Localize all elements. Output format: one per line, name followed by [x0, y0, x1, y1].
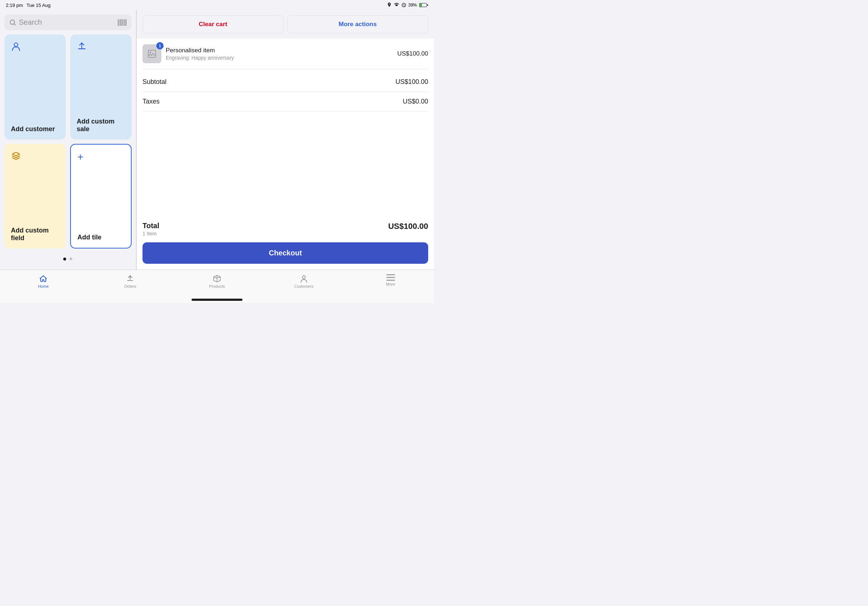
barcode-icon[interactable]: [118, 19, 127, 26]
svg-rect-8: [121, 19, 122, 26]
upload-icon: [77, 41, 125, 53]
checkout-button[interactable]: Checkout: [143, 242, 428, 264]
svg-rect-17: [127, 280, 133, 281]
add-tile-label: Add tile: [78, 233, 124, 241]
svg-rect-21: [386, 280, 395, 281]
nav-item-orders[interactable]: Orders: [87, 273, 174, 290]
subtotal-row: Subtotal US$100.00: [143, 72, 428, 92]
cart-item[interactable]: 1 Personalised item Engraving: Happy ann…: [143, 39, 428, 70]
location-icon: [387, 3, 392, 8]
cart-content: 1 Personalised item Engraving: Happy ann…: [137, 39, 434, 242]
nav-orders-label: Orders: [124, 284, 136, 289]
nav-item-home[interactable]: Home: [0, 273, 87, 290]
checkout-area: Checkout: [137, 242, 434, 270]
clear-cart-button[interactable]: Clear cart: [143, 15, 284, 33]
item-details: Personalised item Engraving: Happy anniv…: [166, 47, 393, 61]
svg-rect-20: [386, 277, 395, 278]
svg-rect-6: [119, 19, 119, 26]
svg-point-4: [10, 20, 14, 24]
svg-rect-9: [122, 19, 123, 26]
total-items: 1 Item: [143, 231, 159, 237]
home-indicator: [192, 298, 242, 301]
subtotal-label: Subtotal: [143, 78, 166, 86]
right-panel: Clear cart More actions: [137, 10, 434, 270]
add-customer-tile[interactable]: Add customer: [5, 34, 66, 139]
more-actions-button[interactable]: More actions: [287, 15, 428, 33]
item-subtitle: Engraving: Happy anniversary: [166, 55, 393, 61]
battery-text: 39%: [408, 3, 417, 8]
add-custom-sale-tile[interactable]: Add custom sale: [70, 34, 132, 139]
nav-more-label: More: [386, 282, 395, 286]
taxes-value: US$0.00: [403, 98, 428, 105]
add-page-button[interactable]: +: [69, 256, 73, 262]
svg-rect-15: [148, 50, 156, 57]
total-value: US$100.00: [388, 222, 428, 231]
item-quantity-badge: 1: [156, 42, 164, 49]
nav-home-label: Home: [38, 284, 49, 289]
status-time: 2:19 pm: [6, 3, 23, 8]
page-indicators: +: [5, 253, 132, 265]
status-bar: 2:19 pm Tue 15 Aug 39%: [0, 0, 434, 10]
cart-header: Clear cart More actions: [137, 10, 434, 39]
svg-rect-3: [427, 5, 428, 6]
nav-item-products[interactable]: Products: [174, 273, 260, 290]
plus-icon: +: [78, 151, 124, 163]
more-icon: [386, 274, 395, 281]
svg-rect-11: [125, 19, 126, 26]
svg-rect-19: [386, 274, 395, 275]
total-label: Total: [143, 222, 159, 230]
svg-rect-5: [118, 19, 118, 26]
svg-point-16: [150, 52, 151, 53]
customers-icon: [299, 274, 308, 283]
item-image-wrapper: 1: [143, 44, 161, 63]
add-custom-field-tile[interactable]: Add custom field: [5, 144, 66, 249]
add-custom-field-label: Add custom field: [11, 227, 59, 242]
main-container: Search: [0, 10, 434, 303]
content-area: Search: [0, 10, 434, 270]
svg-rect-14: [78, 48, 85, 49]
wifi-icon: [394, 3, 400, 7]
nav-products-label: Products: [209, 284, 225, 289]
order-summary: Subtotal US$100.00 Taxes US$0.00: [143, 70, 428, 114]
products-icon: [212, 274, 222, 283]
tile-grid: Add customer Add custom sale: [5, 34, 132, 249]
layers-icon: [11, 150, 59, 163]
status-date: Tue 15 Aug: [26, 3, 51, 8]
subtotal-value: US$100.00: [395, 78, 428, 86]
nav-item-customers[interactable]: Customers: [260, 273, 347, 290]
search-icon: [9, 19, 16, 26]
nav-customers-label: Customers: [294, 284, 313, 289]
svg-point-13: [14, 43, 18, 46]
add-custom-sale-label: Add custom sale: [77, 118, 125, 133]
bottom-bar-container: Home Orders Products: [0, 270, 434, 303]
battery-icon: [419, 3, 428, 7]
item-price: US$100.00: [397, 50, 428, 57]
search-bar[interactable]: Search: [5, 14, 132, 30]
bottom-nav: Home Orders Products: [0, 270, 434, 298]
svg-rect-10: [124, 19, 124, 26]
taxes-row: Taxes US$0.00: [143, 92, 428, 111]
add-tile-tile[interactable]: + Add tile: [70, 144, 132, 249]
home-icon: [39, 274, 48, 283]
svg-rect-7: [120, 19, 121, 26]
search-placeholder: Search: [19, 18, 42, 26]
page-dot-1: [63, 258, 66, 260]
person-icon: [11, 41, 59, 53]
status-icons: 39%: [387, 3, 428, 8]
add-customer-label: Add customer: [11, 125, 59, 133]
item-name: Personalised item: [166, 47, 393, 54]
svg-rect-12: [126, 19, 127, 26]
nav-item-more[interactable]: More: [347, 273, 434, 288]
orders-icon: [126, 274, 135, 283]
taxes-label: Taxes: [143, 98, 160, 105]
left-panel: Search: [0, 10, 136, 270]
lock-rotation-icon: [401, 3, 406, 8]
svg-rect-2: [420, 4, 422, 6]
total-row: Total 1 Item US$100.00: [143, 214, 428, 242]
svg-point-18: [302, 276, 305, 279]
